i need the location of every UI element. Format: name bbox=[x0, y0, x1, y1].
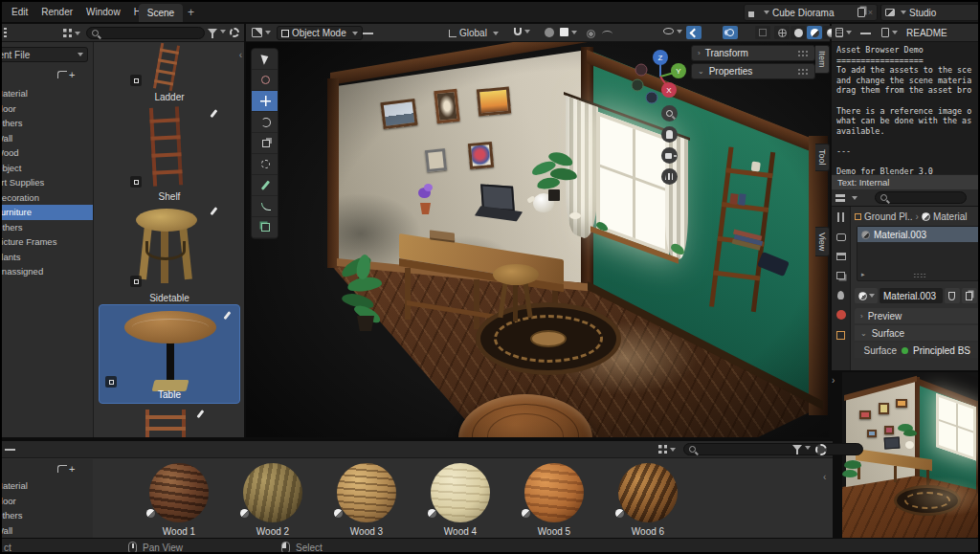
zoom-button[interactable] bbox=[661, 105, 678, 122]
catalog-item[interactable]: Others bbox=[2, 220, 93, 235]
axis-neg-ball[interactable] bbox=[646, 92, 657, 103]
catalog-item[interactable]: Art Supplies bbox=[2, 175, 93, 190]
surface-panel-header[interactable]: ⌄ Surface bbox=[855, 325, 980, 341]
grip-dots-icon[interactable] bbox=[913, 273, 926, 277]
tab-object-icon[interactable] bbox=[836, 331, 845, 340]
editor-type-icon[interactable] bbox=[4, 28, 7, 38]
text-editor-body[interactable]: Asset Browser Demo ================== To… bbox=[832, 42, 980, 174]
scene-selector[interactable]: Cube Diorama × bbox=[744, 4, 878, 21]
n-panel-properties[interactable]: ⌄ Properties bbox=[691, 63, 815, 79]
asset-item-wood2[interactable]: Wood 2 bbox=[227, 461, 319, 540]
menu-edit[interactable]: Edit bbox=[11, 7, 28, 17]
tab-tool-icon[interactable] bbox=[836, 212, 845, 222]
breadcrumb-object[interactable]: Ground Pl.. bbox=[864, 211, 913, 222]
text-datablock-button[interactable] bbox=[881, 28, 898, 37]
pan-button[interactable] bbox=[661, 126, 678, 143]
gizmos-toggle[interactable] bbox=[686, 26, 702, 39]
asset-item-partial[interactable] bbox=[132, 408, 209, 437]
catalog-item[interactable]: Plants bbox=[2, 250, 93, 265]
editor-type-button[interactable] bbox=[252, 28, 271, 37]
sidebar-tab-tool[interactable]: Tool bbox=[815, 144, 830, 171]
axis-neg-ball[interactable] bbox=[632, 79, 643, 91]
catalog-item[interactable]: Wood bbox=[2, 145, 93, 161]
shading-material-button[interactable] bbox=[807, 26, 822, 39]
drag-dots-icon[interactable] bbox=[797, 50, 809, 56]
proportional-falloff-icon[interactable] bbox=[587, 30, 595, 38]
perspective-button[interactable] bbox=[661, 168, 678, 185]
expand-arrow-icon[interactable]: › bbox=[832, 375, 835, 386]
new-scene-icon[interactable] bbox=[858, 8, 865, 17]
surface-shader-value[interactable]: Principled BS bbox=[913, 345, 970, 356]
collapse-arrow-icon[interactable]: ‹ bbox=[239, 50, 242, 60]
catalog-new-button[interactable]: + bbox=[57, 463, 75, 475]
mode-dropdown[interactable]: Object Mode bbox=[277, 26, 363, 40]
unlink-scene-icon[interactable]: × bbox=[868, 8, 873, 17]
preview-panel-header[interactable]: › Preview bbox=[855, 308, 980, 323]
display-mode-button[interactable] bbox=[63, 29, 80, 37]
tab-scene-icon[interactable] bbox=[837, 291, 844, 299]
view-layer-selector[interactable]: Studio bbox=[880, 4, 980, 21]
axis-neg-ball[interactable] bbox=[635, 64, 647, 76]
catalog-item[interactable]: Floor bbox=[2, 101, 93, 117]
menu-window[interactable]: Window bbox=[86, 7, 121, 17]
catalog-new-button[interactable]: + bbox=[57, 69, 75, 80]
xray-toggle[interactable] bbox=[755, 26, 770, 39]
new-material-button[interactable] bbox=[962, 288, 977, 303]
pivot-point-button[interactable] bbox=[560, 28, 577, 36]
n-panel-transform[interactable]: › Transform bbox=[691, 45, 815, 61]
shading-wireframe-button[interactable] bbox=[774, 26, 790, 39]
asset-item-wood1[interactable]: Wood 1 bbox=[133, 461, 225, 540]
catalog-item[interactable]: Picture Frames bbox=[2, 234, 93, 250]
properties-editor-icon[interactable] bbox=[835, 193, 845, 203]
breadcrumb-material[interactable]: Material bbox=[933, 211, 968, 222]
text-editor-type-button[interactable] bbox=[835, 28, 852, 37]
viewport-3d[interactable]: Z Y X › Transform ⌄ Properties Item Tool… bbox=[246, 42, 830, 437]
tool-transform[interactable] bbox=[252, 154, 278, 175]
gear-icon[interactable] bbox=[815, 444, 827, 455]
material-name-field[interactable]: Material.003 bbox=[880, 288, 943, 303]
tool-select-box[interactable] bbox=[252, 49, 278, 70]
sidebar-tab-item[interactable]: Item bbox=[815, 45, 830, 74]
shading-solid-button[interactable] bbox=[791, 26, 806, 39]
asset-item-sidetable[interactable] bbox=[122, 203, 218, 295]
proportional-editing-icon[interactable] bbox=[545, 28, 554, 37]
tool-annotate[interactable] bbox=[252, 175, 278, 196]
catalog-item-furniture-selected[interactable]: Furniture bbox=[2, 205, 93, 220]
tab-render-icon[interactable] bbox=[836, 233, 846, 241]
asset-item-wood5[interactable]: Wood 5 bbox=[508, 461, 600, 540]
sidebar-tab-view[interactable]: View bbox=[815, 227, 830, 256]
tool-scale[interactable] bbox=[252, 133, 278, 154]
text-datablock-name[interactable]: README bbox=[906, 28, 947, 38]
catalog-item[interactable]: Material bbox=[2, 86, 93, 101]
filter-button[interactable] bbox=[208, 29, 226, 34]
catalog-item[interactable]: Wall bbox=[2, 523, 93, 539]
tool-measure[interactable] bbox=[252, 196, 278, 217]
asset-source-dropdown[interactable]: Current File bbox=[2, 47, 88, 62]
fake-user-button[interactable] bbox=[945, 288, 960, 303]
camera-view-button[interactable] bbox=[661, 147, 678, 164]
display-mode-button[interactable] bbox=[658, 445, 676, 454]
tool-rotate[interactable] bbox=[252, 112, 278, 133]
catalog-item[interactable]: Object bbox=[2, 161, 93, 176]
drag-dots-icon[interactable] bbox=[797, 68, 809, 75]
catalog-item[interactable]: Decoration bbox=[2, 190, 93, 206]
menu-render[interactable]: Render bbox=[41, 7, 73, 17]
tab-world-icon[interactable] bbox=[836, 310, 846, 320]
add-workspace-button[interactable]: + bbox=[188, 6, 194, 19]
catalog-item[interactable]: Floor bbox=[2, 494, 93, 509]
tool-add-cube[interactable] bbox=[252, 217, 278, 238]
catalog-item[interactable]: Material bbox=[2, 478, 93, 494]
visibility-button[interactable] bbox=[663, 28, 682, 34]
asset-item-wood4[interactable]: Wood 4 bbox=[414, 461, 506, 540]
navigation-gizmo[interactable]: Z Y X bbox=[629, 45, 690, 104]
workspace-tab-scene[interactable]: Scene bbox=[139, 4, 183, 22]
snapping-button[interactable] bbox=[514, 28, 530, 35]
catalog-item[interactable]: Unassigned bbox=[2, 264, 93, 279]
tool-move[interactable] bbox=[252, 91, 278, 112]
asset-search-input[interactable] bbox=[86, 27, 205, 39]
orientation-dropdown[interactable]: Global bbox=[445, 26, 502, 40]
material-browse-button[interactable] bbox=[855, 288, 878, 303]
bottom-search-input[interactable] bbox=[683, 443, 863, 455]
catalog-item[interactable]: Others bbox=[2, 508, 93, 523]
properties-search-input[interactable] bbox=[875, 191, 967, 204]
